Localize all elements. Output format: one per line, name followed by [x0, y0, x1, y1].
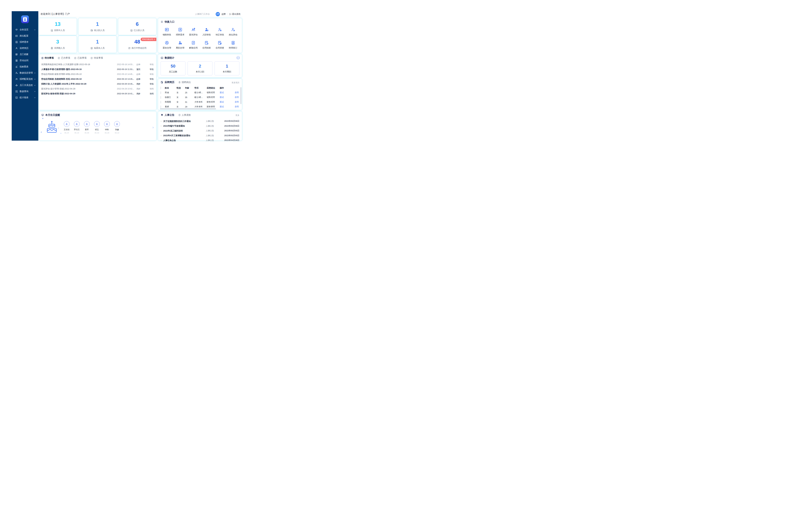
row-checkbox[interactable]	[161, 101, 161, 104]
birthday-person[interactable]: 黄芩 05.08	[83, 121, 91, 134]
row-checkbox[interactable]	[161, 106, 161, 108]
sidebar-item-label: 数据信息管理	[20, 71, 33, 74]
username[interactable]: 赵桦	[221, 13, 226, 16]
quick-item-zhuanzheng-shenpi[interactable]: 转正审批	[213, 25, 227, 38]
select-all-checkbox[interactable]	[161, 87, 161, 89]
avatar[interactable]: 赵桦	[216, 12, 220, 16]
hire-link[interactable]: 录用	[228, 96, 239, 99]
sidebar-item-label: 业务首页	[20, 28, 29, 31]
app-logo	[21, 15, 29, 23]
more-announcements-link[interactable]: 更多	[235, 114, 239, 117]
bullet-icon	[161, 126, 162, 126]
carousel-next-icon[interactable]: ›	[152, 126, 154, 129]
quick-item-jiechu-hetong[interactable]: 解除合同	[187, 38, 200, 52]
announcement-row[interactable]: 2022年员工福利说明 人事公告 2022年05月05日	[161, 128, 239, 133]
chevron-down-icon	[34, 29, 36, 31]
sidebar-item-report[interactable]: 统计报表	[12, 94, 38, 101]
interview-link[interactable]: 面试	[220, 91, 228, 94]
todo-row[interactable]: 面试评估-财务经理-郑丽-2022-04-29 2022-04-29 10:41…	[41, 91, 154, 96]
stat-box-total-employees[interactable]: 50 员工总数	[161, 61, 185, 75]
hire-link[interactable]: 录用	[228, 91, 239, 94]
announcement-row[interactable]: 2022年端午节放假通知 人事公告 2022年05月06日	[161, 124, 239, 129]
sidebar-item-recruit-flow[interactable]: 招聘配置流程	[12, 76, 38, 82]
survey-doc-icon	[178, 114, 181, 116]
doc-list-icon	[41, 57, 44, 59]
stat-card-applying[interactable]: 13 应聘中人员	[38, 18, 77, 35]
quick-item-mianshi-pinggu[interactable]: 面试评估	[187, 25, 200, 38]
todo-row[interactable]: 面试评估-设计管理-胡成-2022-04-29 2022-04-29 10:42…	[41, 86, 154, 91]
tab-resumes[interactable]: 应聘简历	[165, 81, 175, 84]
sidebar-item-recruit-demand[interactable]: 招聘需求	[12, 39, 38, 45]
stat-label: 应聘中人员	[54, 29, 65, 32]
birthday-person[interactable]: 齐珪兰 05.19	[73, 121, 81, 134]
tab-sent[interactable]: 已发事项	[74, 56, 87, 59]
stat-card-pre-retire[interactable]: 1 临退休人员	[78, 36, 116, 53]
carousel-prev-icon[interactable]: ‹	[58, 126, 59, 130]
interview-link[interactable]: 面试	[220, 96, 228, 99]
interview-link[interactable]: 面试	[220, 105, 228, 108]
more-options-button[interactable]: •••	[237, 56, 240, 59]
sidebar-item-data-query[interactable]: 数据查询	[12, 88, 38, 94]
announcement-row[interactable]: 2022年4月工资调整发放通知 人事公告 2022年05月05日	[161, 133, 239, 138]
logout-button[interactable]: 退出系统	[229, 13, 240, 16]
quick-item-hetong-xuqian[interactable]: 合同续签	[200, 38, 213, 52]
stat-card-probation[interactable]: 3 试用期人员	[38, 36, 77, 53]
interview-link[interactable]: 面试	[220, 101, 228, 104]
row-checkbox[interactable]	[161, 91, 161, 94]
announcement-row[interactable]: 关于近期疫情防控的工作通知 人事公告 2022年05月06日	[161, 119, 239, 124]
sidebar-item-resumes[interactable]: 应聘简历	[12, 45, 38, 51]
stat-card-onboarded[interactable]: 6 已入职人员	[118, 18, 157, 35]
quick-item-pinyong-qianding[interactable]: 聘用签订	[227, 38, 240, 52]
more-resumes-link[interactable]: 更多简历	[232, 82, 239, 84]
tab-recruit-posts[interactable]: 招聘岗位	[178, 81, 191, 84]
stat-card-active-contracts[interactable]: 即将到期合同: 0 48 执行中劳动合同	[118, 36, 157, 53]
sidebar-item-employee-files[interactable]: 员工档案	[12, 51, 38, 57]
quick-item-ruzhi-shenpi[interactable]: 入职审批	[200, 25, 213, 38]
tab-hr-survey[interactable]: 人事调查	[178, 114, 191, 116]
vertical-scrollbar[interactable]	[240, 87, 241, 104]
birthday-person[interactable]: 张赫 05.22	[113, 121, 121, 134]
sidebar-item-labor-contract[interactable]: 劳动合同	[12, 57, 38, 64]
resume-row[interactable]: 徐雅兰 女 35 硕士/研... 销售经理 面试 录用	[161, 95, 239, 100]
quick-item-hetong-biangeng[interactable]: 合同变更	[213, 38, 227, 52]
tab-todo[interactable]: 待办事项	[41, 56, 54, 59]
tab-hr-announcements[interactable]: 人事公告	[165, 113, 175, 116]
bullet-icon	[161, 121, 162, 122]
hire-link[interactable]: 录用	[228, 101, 239, 104]
stat-box-month-onboard[interactable]: 2 本月入职	[187, 61, 212, 75]
resume-table-header: 姓名 性别 年龄 学历 应聘岗位 操作	[161, 86, 239, 90]
sidebar-item-business-home[interactable]: 业务首页	[12, 26, 38, 33]
birthday-person[interactable]: 祁玉 05.30	[93, 121, 101, 134]
row-checkbox[interactable]	[161, 96, 161, 99]
tab-done[interactable]: 已办事项	[58, 56, 70, 59]
sidebar-item-employee-relation-flow[interactable]: 员工关系流程	[12, 82, 38, 88]
todo-row[interactable]: 劳动合同续签-财务管理部-钟秋-2022-05-10 2022-05-10 14…	[41, 72, 154, 77]
resume-row[interactable]: 郑雨雨 女 31 大学本科 财务经理 面试 录用	[161, 100, 239, 104]
todo-row[interactable]: 人事服务申请-行政管理部-蒲芫-2022-05-16 2022-05-16 11…	[41, 67, 154, 72]
quick-item-bianzhi-shenpi[interactable]: 编制审批	[160, 25, 174, 38]
bullet-icon	[161, 135, 162, 136]
todo-row[interactable]: 招聘计划-人力资源部-2022年上半年-2022-04-29 2022-04-2…	[41, 82, 154, 86]
todo-row[interactable]: 劳动合同续签-东南销售部-肖松-2022-05-10 2022-05-10 14…	[41, 77, 154, 82]
sidebar-item-label: 招聘配置流程	[20, 78, 33, 80]
stat-box-month-leave[interactable]: 1 本月离职	[215, 61, 239, 75]
announcement-row[interactable]: 人事任免公告 人事公告 2022年04月26日	[161, 138, 239, 143]
stat-value: 6	[136, 21, 139, 26]
hire-link[interactable]: 录用	[228, 105, 239, 108]
quick-item-lizhi-banli[interactable]: 离职办理	[174, 38, 187, 52]
resume-row[interactable]: 郑涵 女 25 硕士/研... 销售经理 面试 录用	[161, 90, 239, 95]
quick-item-tuixiu-banli[interactable]: 退休办理	[160, 38, 174, 52]
birthday-person[interactable]: 王诗乐 05.24	[63, 121, 71, 134]
birthday-people: 王诗乐 05.24 齐珪兰 05.19 黄芩 05.08 祁玉 05.30 钟秋	[63, 121, 123, 134]
quick-item-zhaopin-xuqiu[interactable]: 招聘需求	[174, 25, 187, 38]
sidebar-item-position-config[interactable]: 岗位配置	[12, 33, 38, 39]
sidebar-item-data-info-mgmt[interactable]: 数据信息管理	[12, 70, 38, 76]
stat-card-to-onboard[interactable]: 1 待入职人员	[78, 18, 116, 35]
birthday-person[interactable]: 钟秋 05.28	[103, 121, 111, 134]
stat-value: 13	[55, 21, 60, 26]
tab-to-send[interactable]: 待发事项	[90, 56, 103, 59]
quick-item-gangwei-yidong[interactable]: 岗位异动	[227, 25, 240, 38]
todo-row[interactable]: 试用期考核及转正审批-人力资源部-彭辉-2022-05-16 2022-05-1…	[41, 62, 154, 67]
horizontal-scrollbar[interactable]	[160, 108, 216, 109]
sidebar-item-indicator-charts[interactable]: 指标图表	[12, 64, 38, 70]
